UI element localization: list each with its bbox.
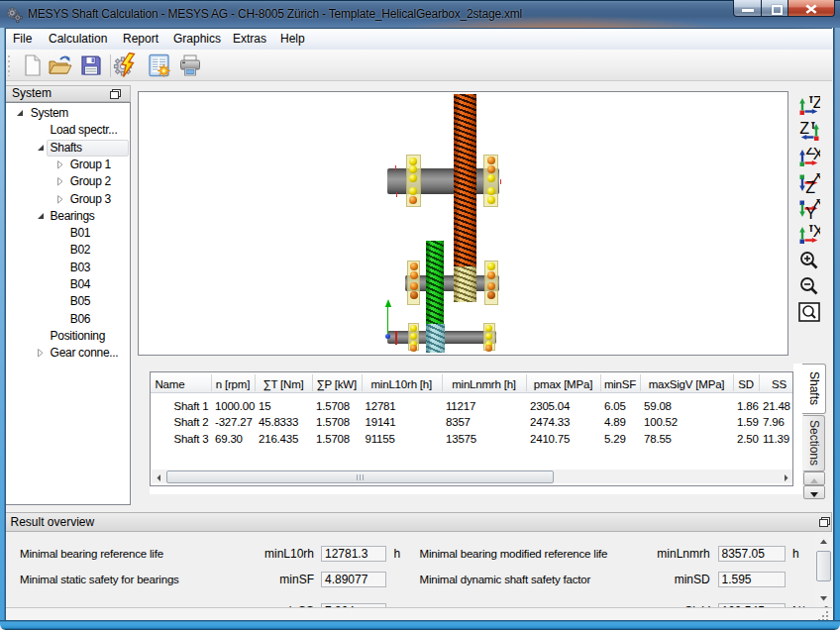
svg-text:Z: Z [799,122,809,137]
svg-text:X: X [812,225,819,240]
svg-text:Y: Y [807,122,818,132]
svg-text:X: X [812,199,819,210]
svg-text:X: X [812,173,819,184]
svg-text:Z: Z [812,96,819,111]
svg-text:X: X [812,148,819,162]
